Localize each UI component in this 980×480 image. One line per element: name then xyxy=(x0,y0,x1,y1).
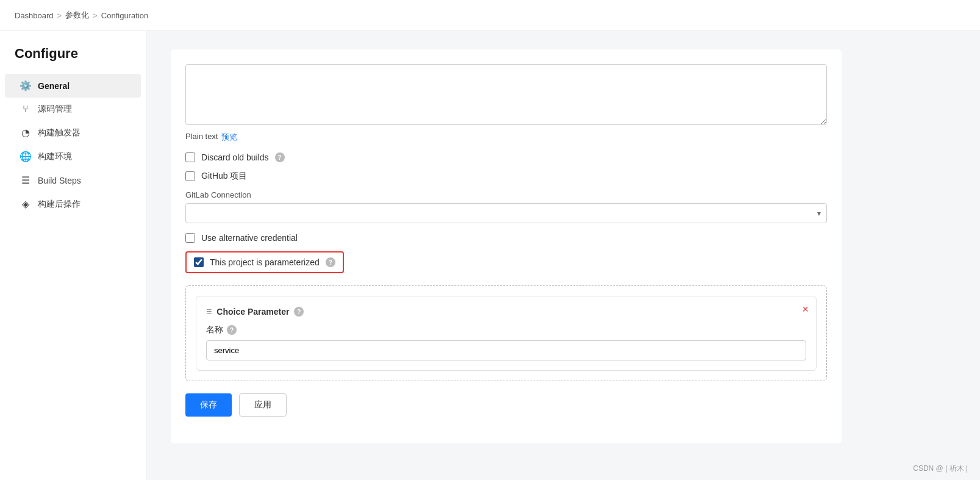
plain-text-label: Plain text xyxy=(185,132,218,143)
sidebar-label-env: 构建环境 xyxy=(38,151,72,162)
preview-link[interactable]: 预览 xyxy=(221,132,237,143)
globe-icon: 🌐 xyxy=(20,151,32,162)
apply-button[interactable]: 应用 xyxy=(239,393,287,417)
param-section: × ≡ Choice Parameter ? 名称 ? xyxy=(185,285,827,381)
steps-icon: ☰ xyxy=(20,174,32,186)
discard-builds-label: Discard old builds xyxy=(201,152,269,162)
param-card-help-icon[interactable]: ? xyxy=(294,307,304,317)
use-alternative-label: Use alternative credential xyxy=(201,233,298,243)
sidebar-label-general: General xyxy=(38,81,70,91)
use-alternative-checkbox[interactable] xyxy=(185,233,195,243)
sidebar-label-source: 源码管理 xyxy=(38,104,72,115)
breadcrumb: Dashboard > 参数化 > Configuration xyxy=(0,0,980,31)
sidebar-item-source[interactable]: ⑂ 源码管理 xyxy=(5,98,141,121)
parameterized-checkbox[interactable] xyxy=(194,257,204,267)
breadcrumb-parameterize[interactable]: 参数化 xyxy=(65,10,89,21)
name-field-label: 名称 xyxy=(206,324,223,335)
sidebar-item-env[interactable]: 🌐 构建环境 xyxy=(5,145,141,168)
name-field-row: 名称 ? xyxy=(206,324,806,335)
description-textarea[interactable] xyxy=(185,64,827,125)
timer-icon: ◔ xyxy=(20,127,32,138)
sidebar-label-triggers: 构建触发器 xyxy=(38,127,80,138)
breadcrumb-sep-1: > xyxy=(57,11,62,20)
form-section: Plain text 预览 Discard old builds ? GitHu… xyxy=(171,49,842,443)
sidebar: Configure ⚙️ General ⑂ 源码管理 ◔ 构建触发器 🌐 构建… xyxy=(0,31,146,480)
sidebar-label-steps: Build Steps xyxy=(38,176,81,185)
discard-builds-row: Discard old builds ? xyxy=(185,152,827,162)
breadcrumb-dashboard[interactable]: Dashboard xyxy=(15,11,54,20)
param-card-close-button[interactable]: × xyxy=(802,304,809,315)
sidebar-item-post[interactable]: ◈ 构建后操作 xyxy=(5,192,141,216)
parameterized-label: This project is parameterized xyxy=(210,257,320,267)
main-content: Plain text 预览 Discard old builds ? GitHu… xyxy=(146,31,980,480)
name-input[interactable] xyxy=(206,340,806,360)
footer-text: CSDN @ | 祈木 | xyxy=(913,464,968,473)
sidebar-item-general[interactable]: ⚙️ General xyxy=(5,74,141,98)
github-project-checkbox[interactable] xyxy=(185,171,195,181)
breadcrumb-sep-2: > xyxy=(93,11,98,20)
sidebar-label-post: 构建后操作 xyxy=(38,199,80,210)
post-icon: ◈ xyxy=(20,198,32,210)
gear-icon: ⚙️ xyxy=(20,80,32,91)
github-project-row: GitHub 项目 xyxy=(185,171,827,182)
gitlab-connection-wrapper: ▾ xyxy=(185,203,827,223)
discard-builds-help-icon[interactable]: ? xyxy=(275,152,285,162)
param-card: × ≡ Choice Parameter ? 名称 ? xyxy=(196,296,817,371)
github-project-label: GitHub 项目 xyxy=(201,171,247,182)
parameterized-row: This project is parameterized ? xyxy=(185,251,344,273)
param-card-header: ≡ Choice Parameter ? xyxy=(206,306,806,317)
plain-text-row: Plain text 预览 xyxy=(185,132,827,143)
layout: Configure ⚙️ General ⑂ 源码管理 ◔ 构建触发器 🌐 构建… xyxy=(0,31,980,480)
drag-icon[interactable]: ≡ xyxy=(206,306,212,317)
page-footer: CSDN @ | 祈木 | xyxy=(913,464,968,474)
use-alternative-row: Use alternative credential xyxy=(185,233,827,243)
sidebar-item-steps[interactable]: ☰ Build Steps xyxy=(5,168,141,192)
save-button[interactable]: 保存 xyxy=(185,393,232,417)
gitlab-connection-label: GitLab Connection xyxy=(185,190,827,199)
sidebar-item-triggers[interactable]: ◔ 构建触发器 xyxy=(5,121,141,145)
sidebar-title: Configure xyxy=(0,46,146,74)
source-icon: ⑂ xyxy=(20,104,32,115)
discard-builds-checkbox[interactable] xyxy=(185,152,195,162)
breadcrumb-configuration: Configuration xyxy=(101,11,148,20)
gitlab-connection-select[interactable] xyxy=(185,203,827,223)
footer-buttons: 保存 应用 xyxy=(185,393,827,429)
parameterized-help-icon[interactable]: ? xyxy=(326,257,335,267)
name-field-help-icon[interactable]: ? xyxy=(227,325,237,335)
param-card-title: Choice Parameter xyxy=(216,307,289,317)
